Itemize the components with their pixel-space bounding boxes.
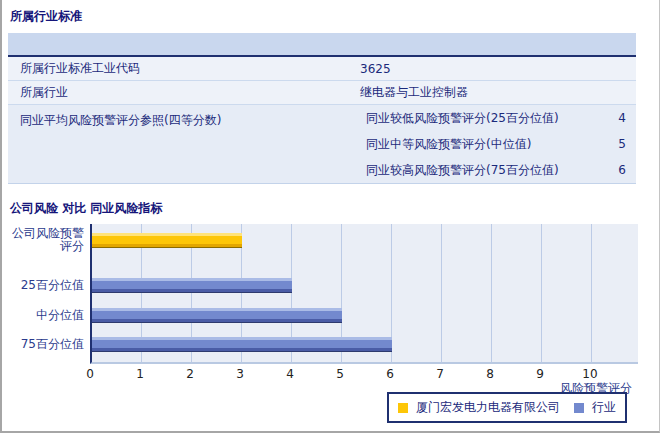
- x-tick-label: 5: [336, 367, 344, 381]
- gridline: [591, 224, 592, 362]
- bar-公司风险预警评分: [92, 233, 242, 248]
- bar-75百分位值: [92, 337, 392, 352]
- industry-legend-swatch-icon: [574, 403, 584, 413]
- median-label: 同业中等风险预警评分(中位值): [366, 136, 531, 153]
- bar-chart-plot-area: [90, 224, 638, 364]
- bar-中分位值: [92, 308, 342, 323]
- p25-label: 同业较低风险预警评分(25百分位值): [366, 110, 559, 127]
- quartile-subrow: 同业较低风险预警评分(25百分位值) 4: [366, 105, 636, 131]
- company-vs-peer-section-title: 公司风险 对比 同业风险指标: [10, 200, 162, 217]
- bar-25百分位值: [92, 278, 292, 293]
- p75-value: 6: [618, 163, 626, 177]
- quartile-subrow: 同业较高风险预警评分(75百分位值) 6: [366, 157, 636, 183]
- chart-legend: 厦门宏发电力电器有限公司 行业: [387, 392, 627, 423]
- gridline: [441, 224, 442, 362]
- peer-average-score-label: 同业平均风险预警评分参照(四等分数): [8, 105, 360, 183]
- table-row: 所属行业标准工业代码 3625: [8, 57, 636, 81]
- category-label: 中分位值: [2, 309, 84, 322]
- industry-name-label: 所属行业: [8, 84, 360, 101]
- category-label: 25百分位值: [2, 279, 84, 292]
- table-row: 所属行业 继电器与工业控制器: [8, 81, 636, 105]
- industry-standard-section-title: 所属行业标准: [10, 8, 82, 25]
- company-legend-swatch-icon: [398, 403, 408, 413]
- median-value: 5: [618, 137, 626, 151]
- x-tick-label: 0: [86, 367, 94, 381]
- industry-standard-table: 所属行业标准工业代码 3625 所属行业 继电器与工业控制器 同业平均风险预警评…: [8, 33, 636, 184]
- category-label: 75百分位值: [2, 338, 84, 351]
- industry-name-value: 继电器与工业控制器: [360, 84, 636, 101]
- company-legend-label: 厦门宏发电力电器有限公司: [416, 399, 560, 416]
- x-tick-label: 9: [536, 367, 544, 381]
- x-tick-label: 1: [136, 367, 144, 381]
- category-label: 公司风险预警评分: [2, 227, 84, 253]
- x-tick-label: 8: [486, 367, 494, 381]
- x-tick-label: 6: [386, 367, 394, 381]
- x-tick-label: 4: [286, 367, 294, 381]
- industry-legend-label: 行业: [592, 399, 616, 416]
- gridline: [491, 224, 492, 362]
- quartile-subrows: 同业较低风险预警评分(25百分位值) 4 同业中等风险预警评分(中位值) 5 同…: [360, 105, 636, 183]
- p25-value: 4: [618, 111, 626, 125]
- industry-code-value: 3625: [360, 62, 636, 76]
- industry-risk-report-page: 所属行业标准 所属行业标准工业代码 3625 所属行业 继电器与工业控制器 同业…: [0, 0, 660, 433]
- gridline: [541, 224, 542, 362]
- x-tick-label: 3: [236, 367, 244, 381]
- x-tick-label: 7: [436, 367, 444, 381]
- x-tick-label: 10: [582, 367, 597, 381]
- industry-code-label: 所属行业标准工业代码: [8, 60, 360, 77]
- table-header-row: [8, 33, 636, 57]
- p75-label: 同业较高风险预警评分(75百分位值): [366, 162, 559, 179]
- table-row-quartiles: 同业平均风险预警评分参照(四等分数) 同业较低风险预警评分(25百分位值) 4 …: [8, 105, 636, 184]
- x-tick-label: 2: [186, 367, 194, 381]
- quartile-subrow: 同业中等风险预警评分(中位值) 5: [366, 131, 636, 157]
